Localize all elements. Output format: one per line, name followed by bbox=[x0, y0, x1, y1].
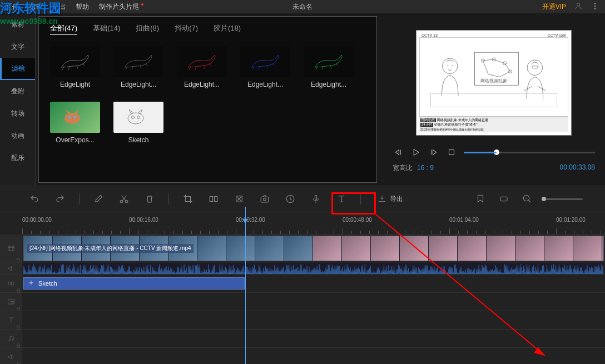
svg-point-42 bbox=[12, 339, 13, 340]
effect-item-6[interactable]: Sketch bbox=[113, 102, 163, 144]
text-track[interactable] bbox=[0, 311, 605, 330]
voice-button[interactable] bbox=[309, 192, 323, 206]
snapshot-button[interactable] bbox=[258, 192, 271, 206]
lock-icon[interactable] bbox=[16, 322, 21, 328]
sidebar-item-transition[interactable]: 转场 bbox=[0, 102, 35, 124]
preview-banner: 国内动态 网络视频乱象·未成年人的网络直播 24小时 砂轮孔堆破!未授壮子成"渣… bbox=[419, 117, 568, 132]
svg-point-10 bbox=[442, 58, 458, 74]
tab-film[interactable]: 胶片(18) bbox=[214, 23, 241, 35]
fit-button[interactable] bbox=[497, 192, 510, 206]
audio-track[interactable] bbox=[0, 262, 605, 275]
toolbar: 导出 bbox=[0, 186, 605, 212]
svg-rect-38 bbox=[11, 301, 13, 303]
svg-text:网络视频乱象: 网络视频乱象 bbox=[480, 78, 507, 83]
menu-bar: 文件 编辑 导出 帮助 制作片头片尾 未命名 开通VIP bbox=[0, 0, 605, 13]
zoom-slider[interactable] bbox=[544, 198, 583, 200]
tab-shake[interactable]: 抖动(7) bbox=[175, 23, 198, 35]
lock-icon[interactable] bbox=[16, 341, 21, 346]
preview-progress-bar[interactable] bbox=[464, 152, 595, 153]
crop-button[interactable] bbox=[181, 192, 195, 206]
effect-item-0[interactable]: EdgeLight bbox=[50, 46, 100, 88]
cut-button[interactable] bbox=[117, 192, 131, 206]
menu-make-titles[interactable]: 制作片头片尾 bbox=[99, 2, 139, 12]
export-button[interactable]: 导出 bbox=[373, 193, 408, 206]
svg-point-1 bbox=[594, 3, 596, 4]
effect-item-4[interactable]: EdgeLight... bbox=[304, 46, 354, 88]
vip-link[interactable]: 开通VIP bbox=[542, 2, 566, 12]
svg-point-9 bbox=[137, 116, 140, 119]
video-clip[interactable]: [24小时]网络视频乱象·未成年人的网络直播 - CCTV 新闻频道.mp4 bbox=[23, 236, 604, 261]
sidebar-item-text[interactable]: 文字 bbox=[0, 36, 35, 58]
pip-track[interactable] bbox=[0, 293, 605, 311]
svg-rect-39 bbox=[17, 309, 20, 311]
ruler-mark: 00:01:20.00 bbox=[556, 217, 586, 223]
tab-basic[interactable]: 基础(14) bbox=[93, 23, 120, 35]
svg-rect-24 bbox=[215, 197, 217, 202]
rotate-button[interactable] bbox=[232, 192, 246, 206]
sidebar-item-overlay[interactable]: 叠附 bbox=[0, 80, 35, 102]
effect-item-2[interactable]: EdgeLight... bbox=[177, 46, 227, 88]
ruler-mark: 00:00:16.00 bbox=[129, 217, 158, 223]
menu-help[interactable]: 帮助 bbox=[76, 2, 89, 12]
svg-rect-29 bbox=[315, 195, 317, 200]
tab-distort[interactable]: 扭曲(8) bbox=[136, 23, 159, 35]
audio-waveform[interactable] bbox=[23, 263, 604, 274]
timeline: 00:00:00.0000:00:16.0000:00:32.0000:00:4… bbox=[0, 212, 605, 364]
sidebar-item-material[interactable]: 素材 bbox=[0, 13, 35, 36]
redo-button[interactable] bbox=[53, 192, 67, 206]
notification-dot bbox=[141, 3, 143, 6]
svg-rect-40 bbox=[17, 327, 20, 330]
sidebar-item-music[interactable]: 配乐 bbox=[0, 147, 35, 169]
lock-icon[interactable] bbox=[16, 359, 21, 364]
preview-panel: CCTV 13 CCTV.com bbox=[383, 13, 605, 186]
project-title: 未命名 bbox=[292, 2, 313, 12]
sidebar-item-animation[interactable]: 动画 bbox=[0, 124, 35, 147]
effect-item-5[interactable]: OverExpos... bbox=[50, 102, 100, 144]
svg-rect-19 bbox=[431, 93, 557, 107]
delete-button[interactable] bbox=[143, 192, 156, 206]
video-track[interactable]: [24小时]网络视频乱象·未成年人的网络直播 - CCTV 新闻频道.mp4 bbox=[0, 235, 605, 262]
edit-button[interactable] bbox=[92, 192, 105, 206]
more-icon[interactable] bbox=[591, 2, 599, 12]
sidebar: 素材 文字 滤镜 叠附 转场 动画 配乐 bbox=[0, 13, 36, 186]
svg-point-7 bbox=[128, 113, 143, 124]
effect-track[interactable]: Sketch bbox=[0, 275, 605, 293]
cctv-com: CCTV.com bbox=[547, 33, 566, 37]
sfx-track[interactable] bbox=[0, 348, 605, 364]
svg-rect-43 bbox=[17, 346, 20, 348]
text-button[interactable] bbox=[335, 192, 348, 206]
menu-edit[interactable]: 编辑 bbox=[29, 2, 42, 12]
lock-icon[interactable] bbox=[16, 304, 21, 310]
next-frame-button[interactable] bbox=[428, 147, 439, 158]
marker-button[interactable] bbox=[474, 192, 487, 206]
menu-file[interactable]: 文件 bbox=[6, 2, 19, 12]
effect-item-1[interactable]: EdgeLight... bbox=[113, 46, 163, 88]
timeline-ruler[interactable]: 00:00:00.0000:00:16.0000:00:32.0000:00:4… bbox=[22, 212, 605, 235]
play-button[interactable] bbox=[410, 147, 421, 158]
tab-all[interactable]: 全部(47) bbox=[50, 23, 77, 35]
preview-sketch-image: 网络视频乱象 bbox=[420, 38, 568, 116]
cctv-logo: CCTV 13 bbox=[421, 33, 438, 37]
speed-button[interactable] bbox=[284, 192, 297, 206]
stop-button[interactable] bbox=[446, 147, 457, 158]
split-button[interactable] bbox=[207, 192, 220, 206]
effect-clip[interactable]: Sketch bbox=[23, 277, 245, 290]
user-icon[interactable] bbox=[574, 2, 583, 12]
svg-point-3 bbox=[594, 8, 596, 9]
menu-export[interactable]: 导出 bbox=[52, 2, 66, 12]
audio-track-header[interactable] bbox=[0, 262, 22, 274]
zoom-out-button[interactable] bbox=[520, 192, 534, 206]
svg-rect-33 bbox=[17, 260, 20, 262]
undo-button[interactable] bbox=[28, 192, 41, 206]
svg-rect-32 bbox=[8, 246, 14, 250]
prev-frame-button[interactable] bbox=[393, 147, 404, 158]
playhead[interactable] bbox=[245, 207, 246, 364]
lock-icon[interactable] bbox=[16, 255, 21, 261]
music-track[interactable] bbox=[0, 330, 605, 348]
lock-icon[interactable] bbox=[16, 286, 21, 291]
preview-controls bbox=[388, 147, 599, 158]
preview-screen: CCTV 13 CCTV.com bbox=[416, 30, 572, 136]
svg-point-0 bbox=[577, 3, 579, 6]
effect-item-3[interactable]: EdgeLight... bbox=[240, 46, 290, 88]
sidebar-item-filter[interactable]: 滤镜 bbox=[0, 58, 35, 80]
